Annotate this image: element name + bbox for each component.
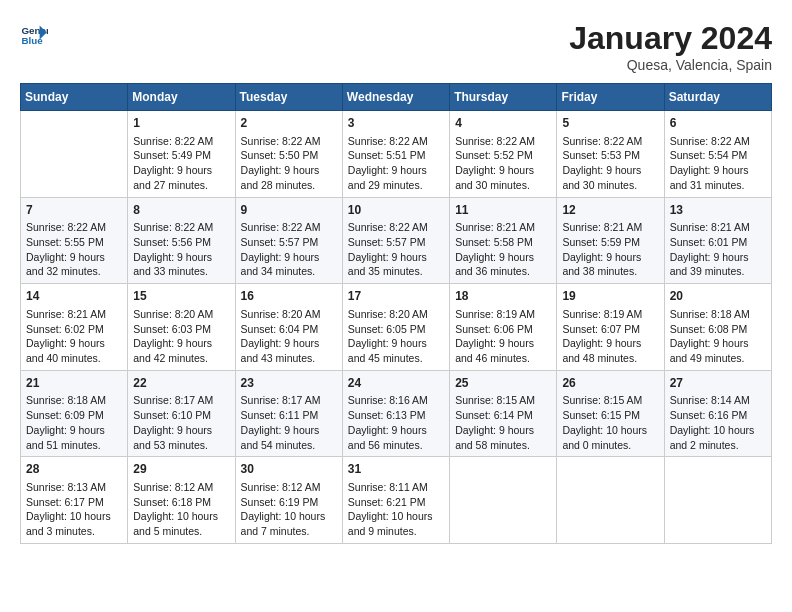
col-header-sunday: Sunday (21, 84, 128, 111)
day-number: 19 (562, 288, 658, 305)
day-info-line: and 32 minutes. (26, 264, 122, 279)
day-info-line: Daylight: 9 hours (670, 336, 766, 351)
day-info-line: Sunrise: 8:20 AM (241, 307, 337, 322)
day-number: 22 (133, 375, 229, 392)
day-info-line: Sunrise: 8:22 AM (26, 220, 122, 235)
day-number: 9 (241, 202, 337, 219)
day-info-line: and 45 minutes. (348, 351, 444, 366)
day-info-line: Sunrise: 8:22 AM (241, 220, 337, 235)
day-number: 29 (133, 461, 229, 478)
calendar-cell: 25Sunrise: 8:15 AMSunset: 6:14 PMDayligh… (450, 370, 557, 457)
calendar-week-row: 28Sunrise: 8:13 AMSunset: 6:17 PMDayligh… (21, 457, 772, 544)
day-info-line: Sunset: 5:55 PM (26, 235, 122, 250)
day-number: 4 (455, 115, 551, 132)
day-info-line: and 39 minutes. (670, 264, 766, 279)
day-number: 24 (348, 375, 444, 392)
calendar-cell: 3Sunrise: 8:22 AMSunset: 5:51 PMDaylight… (342, 111, 449, 198)
day-info-line: Sunrise: 8:22 AM (241, 134, 337, 149)
day-info-line: Daylight: 10 hours (133, 509, 229, 524)
calendar-cell: 20Sunrise: 8:18 AMSunset: 6:08 PMDayligh… (664, 284, 771, 371)
day-info-line: and 49 minutes. (670, 351, 766, 366)
day-info-line: and 58 minutes. (455, 438, 551, 453)
day-number: 3 (348, 115, 444, 132)
day-info-line: and 35 minutes. (348, 264, 444, 279)
day-info-line: Sunrise: 8:12 AM (241, 480, 337, 495)
day-info-line: Sunset: 5:50 PM (241, 148, 337, 163)
day-info-line: Daylight: 9 hours (133, 336, 229, 351)
day-info-line: Sunrise: 8:17 AM (133, 393, 229, 408)
calendar-cell: 10Sunrise: 8:22 AMSunset: 5:57 PMDayligh… (342, 197, 449, 284)
calendar-cell: 27Sunrise: 8:14 AMSunset: 6:16 PMDayligh… (664, 370, 771, 457)
day-info-line: and 28 minutes. (241, 178, 337, 193)
day-info-line: and 51 minutes. (26, 438, 122, 453)
calendar-cell: 2Sunrise: 8:22 AMSunset: 5:50 PMDaylight… (235, 111, 342, 198)
calendar-cell: 11Sunrise: 8:21 AMSunset: 5:58 PMDayligh… (450, 197, 557, 284)
day-info-line: Sunrise: 8:14 AM (670, 393, 766, 408)
day-info-line: Sunrise: 8:16 AM (348, 393, 444, 408)
day-info-line: Daylight: 10 hours (562, 423, 658, 438)
col-header-saturday: Saturday (664, 84, 771, 111)
day-info-line: and 48 minutes. (562, 351, 658, 366)
calendar-cell: 23Sunrise: 8:17 AMSunset: 6:11 PMDayligh… (235, 370, 342, 457)
day-info-line: Daylight: 9 hours (455, 336, 551, 351)
day-number: 26 (562, 375, 658, 392)
day-info-line: Daylight: 9 hours (455, 163, 551, 178)
day-info-line: Daylight: 10 hours (348, 509, 444, 524)
day-info-line: Daylight: 10 hours (670, 423, 766, 438)
day-number: 11 (455, 202, 551, 219)
day-info-line: Sunrise: 8:15 AM (562, 393, 658, 408)
day-number: 21 (26, 375, 122, 392)
day-info-line: Sunset: 6:18 PM (133, 495, 229, 510)
day-number: 10 (348, 202, 444, 219)
day-info-line: Sunrise: 8:12 AM (133, 480, 229, 495)
day-info-line: Sunrise: 8:22 AM (455, 134, 551, 149)
day-info-line: Sunrise: 8:18 AM (26, 393, 122, 408)
day-info-line: Sunset: 6:21 PM (348, 495, 444, 510)
day-info-line: Sunset: 6:11 PM (241, 408, 337, 423)
calendar-cell: 14Sunrise: 8:21 AMSunset: 6:02 PMDayligh… (21, 284, 128, 371)
day-info-line: and 5 minutes. (133, 524, 229, 539)
day-info-line: Sunset: 6:07 PM (562, 322, 658, 337)
day-info-line: Sunrise: 8:21 AM (455, 220, 551, 235)
day-info-line: Sunrise: 8:15 AM (455, 393, 551, 408)
day-number: 12 (562, 202, 658, 219)
day-info-line: Daylight: 9 hours (241, 163, 337, 178)
calendar-week-row: 14Sunrise: 8:21 AMSunset: 6:02 PMDayligh… (21, 284, 772, 371)
day-info-line: and 9 minutes. (348, 524, 444, 539)
day-info-line: Daylight: 9 hours (348, 250, 444, 265)
day-info-line: Daylight: 9 hours (241, 250, 337, 265)
day-number: 30 (241, 461, 337, 478)
day-info-line: Daylight: 9 hours (562, 250, 658, 265)
day-info-line: Sunset: 5:56 PM (133, 235, 229, 250)
day-info-line: Sunrise: 8:20 AM (348, 307, 444, 322)
day-info-line: Daylight: 9 hours (455, 250, 551, 265)
day-info-line: Daylight: 9 hours (562, 163, 658, 178)
day-info-line: and 46 minutes. (455, 351, 551, 366)
day-info-line: Sunset: 6:17 PM (26, 495, 122, 510)
col-header-monday: Monday (128, 84, 235, 111)
day-info-line: Sunrise: 8:22 AM (348, 134, 444, 149)
calendar-cell: 1Sunrise: 8:22 AMSunset: 5:49 PMDaylight… (128, 111, 235, 198)
calendar-week-row: 7Sunrise: 8:22 AMSunset: 5:55 PMDaylight… (21, 197, 772, 284)
day-info-line: Sunset: 5:58 PM (455, 235, 551, 250)
calendar-cell: 26Sunrise: 8:15 AMSunset: 6:15 PMDayligh… (557, 370, 664, 457)
month-year-title: January 2024 (569, 20, 772, 57)
calendar-cell (450, 457, 557, 544)
day-number: 16 (241, 288, 337, 305)
day-info-line: Daylight: 9 hours (26, 423, 122, 438)
col-header-friday: Friday (557, 84, 664, 111)
day-number: 5 (562, 115, 658, 132)
calendar-cell (664, 457, 771, 544)
day-number: 7 (26, 202, 122, 219)
day-info-line: Sunset: 6:16 PM (670, 408, 766, 423)
page-header: General Blue January 2024 Quesa, Valenci… (20, 20, 772, 73)
day-info-line: Sunrise: 8:22 AM (133, 134, 229, 149)
day-info-line: and 2 minutes. (670, 438, 766, 453)
day-number: 13 (670, 202, 766, 219)
calendar-week-row: 1Sunrise: 8:22 AMSunset: 5:49 PMDaylight… (21, 111, 772, 198)
day-info-line: Sunrise: 8:17 AM (241, 393, 337, 408)
day-info-line: Daylight: 10 hours (26, 509, 122, 524)
day-info-line: and 40 minutes. (26, 351, 122, 366)
day-info-line: Daylight: 9 hours (670, 163, 766, 178)
day-info-line: and 31 minutes. (670, 178, 766, 193)
